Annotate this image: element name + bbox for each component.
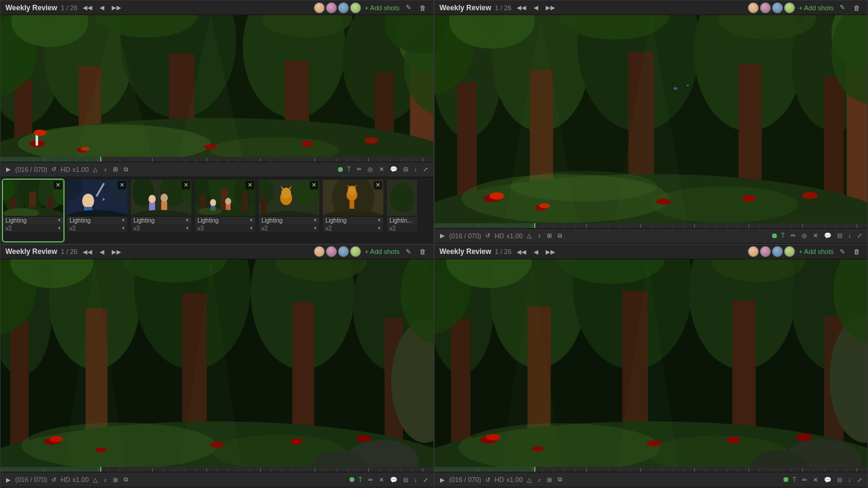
loop-btn-bl[interactable]: ↺ — [49, 475, 58, 484]
timeline-br[interactable] — [435, 467, 867, 472]
add-shots-btn-tl[interactable]: + Add shots — [365, 4, 400, 11]
thumb-dropdown-2[interactable]: ▾ — [122, 217, 125, 223]
add-shots-btn-bl[interactable]: + Add shots — [365, 248, 400, 255]
download-btn-bl[interactable]: ↓ — [412, 475, 419, 484]
close-btn-br[interactable]: ✕ — [811, 475, 820, 484]
text-tool-tl[interactable]: T — [345, 165, 353, 174]
add-shots-btn-br[interactable]: + Add shots — [799, 248, 834, 255]
nav-next-bl[interactable]: ▶▶ — [110, 247, 123, 256]
nav-prev-tr[interactable]: ◀ — [532, 3, 540, 12]
timeline-bl[interactable] — [1, 467, 433, 472]
edit-btn-tr[interactable]: ✎ — [837, 2, 847, 13]
triangle-btn-bl[interactable]: △ — [91, 475, 100, 484]
triangle-btn-tr[interactable]: △ — [525, 231, 534, 240]
pencil-btn-tr[interactable]: ✏ — [789, 231, 797, 240]
thumb-close-6[interactable]: ✕ — [374, 181, 382, 189]
download-btn-br[interactable]: ↓ — [846, 475, 853, 484]
thumb-1[interactable]: ✕ Lighting ▾ v2 ▾ — [3, 180, 63, 241]
text-tool-tr[interactable]: T — [779, 231, 787, 240]
edit-btn-br[interactable]: ✎ — [837, 247, 847, 257]
chat-btn-tl[interactable]: 💬 — [388, 165, 399, 174]
fullscreen-btn-bl[interactable]: ⤢ — [421, 475, 430, 484]
play-btn-tr[interactable]: ▶ — [438, 231, 447, 240]
loop-btn-br[interactable]: ↺ — [483, 475, 492, 484]
thumb-close-4[interactable]: ✕ — [246, 181, 254, 189]
play-btn-br[interactable]: ▶ — [438, 475, 447, 484]
thumb-version-dropdown-4[interactable]: ▾ — [250, 225, 253, 231]
layers-btn-br[interactable]: ⊞ — [545, 475, 554, 484]
thumb-dropdown-6[interactable]: ▾ — [378, 217, 381, 223]
nav-next-tl[interactable]: ▶▶ — [110, 3, 123, 12]
close-btn-bl[interactable]: ✕ — [377, 475, 386, 484]
nav-first-br[interactable]: ◀◀ — [515, 247, 528, 256]
layers-btn-tl[interactable]: ⊞ — [111, 165, 120, 174]
fullscreen-btn-br[interactable]: ⤢ — [855, 475, 864, 484]
pencil-btn-br[interactable]: ✏ — [800, 475, 809, 484]
layout-btn-tl[interactable]: ⊟ — [401, 165, 410, 174]
thumb-version-dropdown-5[interactable]: ▾ — [314, 225, 317, 231]
nav-first-tl[interactable]: ◀◀ — [81, 3, 94, 12]
triangle-btn-tl[interactable]: △ — [91, 165, 100, 174]
text-tool-bl[interactable]: T — [357, 475, 364, 484]
target-btn-tl[interactable]: ◎ — [366, 165, 375, 174]
thumb-version-dropdown-1[interactable]: ▾ — [58, 225, 61, 231]
audio-btn-tl[interactable]: ♪ — [102, 165, 109, 174]
thumb-7[interactable]: Lightin... v2 — [387, 180, 417, 241]
audio-btn-tr[interactable]: ♪ — [536, 231, 543, 240]
loop-btn-tr[interactable]: ↺ — [483, 231, 492, 240]
timeline-tr[interactable] — [435, 223, 867, 228]
chat-btn-bl[interactable]: 💬 — [388, 475, 399, 484]
thumb-close-5[interactable]: ✕ — [310, 181, 318, 189]
thumb-close-2[interactable]: ✕ — [118, 181, 126, 189]
thumb-2[interactable]: ✕ Lighting ▾ v2 ▾ — [67, 180, 127, 241]
layers-btn-tr[interactable]: ⊞ — [545, 231, 554, 240]
thumb-3[interactable]: ✕ Lighting ▾ v3 ▾ — [131, 180, 191, 241]
layout-btn-br[interactable]: ⊟ — [835, 475, 844, 484]
loop-btn-tl[interactable]: ↺ — [49, 165, 58, 174]
thumb-version-dropdown-2[interactable]: ▾ — [122, 225, 125, 231]
chat-btn-tr[interactable]: 💬 — [822, 231, 833, 240]
layout-btn-tr[interactable]: ⊟ — [835, 231, 844, 240]
close-btn-tr[interactable]: ✕ — [811, 231, 820, 240]
trash-btn-br[interactable]: 🗑 — [851, 247, 863, 256]
audio-btn-bl[interactable]: ♪ — [102, 475, 109, 484]
trash-btn-tr[interactable]: 🗑 — [851, 3, 863, 13]
nav-next-br[interactable]: ▶▶ — [544, 247, 557, 256]
copy-btn-bl[interactable]: ⧉ — [122, 475, 130, 484]
trash-btn-tl[interactable]: 🗑 — [417, 3, 429, 13]
thumb-version-dropdown-3[interactable]: ▾ — [186, 225, 189, 231]
pencil-btn-tl[interactable]: ✏ — [355, 165, 363, 174]
fullscreen-btn-tr[interactable]: ⤢ — [855, 231, 864, 240]
add-shots-btn-tr[interactable]: + Add shots — [799, 4, 834, 11]
nav-next-tr[interactable]: ▶▶ — [544, 3, 557, 12]
nav-prev-br[interactable]: ◀ — [532, 247, 540, 256]
thumb-5[interactable]: ✕ Lighting ▾ v2 ▾ — [259, 180, 319, 241]
audio-btn-br[interactable]: ♪ — [536, 475, 543, 484]
edit-btn-bl[interactable]: ✎ — [403, 247, 413, 257]
play-btn-bl[interactable]: ▶ — [4, 475, 13, 484]
close-btn-tl[interactable]: ✕ — [377, 165, 386, 174]
thumb-close-1[interactable]: ✕ — [54, 181, 62, 189]
target-btn-tr[interactable]: ◎ — [800, 231, 809, 240]
thumb-6[interactable]: ✕ Lighting ▾ v2 ▾ — [323, 180, 383, 241]
thumb-4[interactable]: ✕ Lighting ▾ v3 ▾ — [195, 180, 255, 241]
download-btn-tl[interactable]: ↓ — [412, 165, 419, 174]
copy-btn-tl[interactable]: ⧉ — [122, 165, 130, 174]
download-btn-tr[interactable]: ↓ — [846, 231, 853, 240]
play-btn-tl[interactable]: ▶ — [4, 165, 13, 174]
nav-first-tr[interactable]: ◀◀ — [515, 3, 528, 12]
chat-btn-br[interactable]: 💬 — [822, 475, 833, 484]
thumb-dropdown-3[interactable]: ▾ — [186, 217, 189, 223]
thumb-dropdown-1[interactable]: ▾ — [58, 217, 61, 223]
nav-prev-bl[interactable]: ◀ — [98, 247, 106, 256]
layout-btn-bl[interactable]: ⊟ — [401, 475, 410, 484]
copy-btn-tr[interactable]: ⧉ — [556, 231, 564, 241]
thumb-version-dropdown-6[interactable]: ▾ — [378, 225, 381, 231]
thumb-dropdown-5[interactable]: ▾ — [314, 217, 317, 223]
nav-prev-tl[interactable]: ◀ — [98, 3, 106, 12]
trash-btn-bl[interactable]: 🗑 — [417, 247, 429, 256]
fullscreen-btn-tl[interactable]: ⤢ — [421, 165, 430, 174]
timeline-tl[interactable] — [1, 157, 433, 162]
pencil-btn-bl[interactable]: ✏ — [366, 475, 375, 484]
nav-first-bl[interactable]: ◀◀ — [81, 247, 94, 256]
